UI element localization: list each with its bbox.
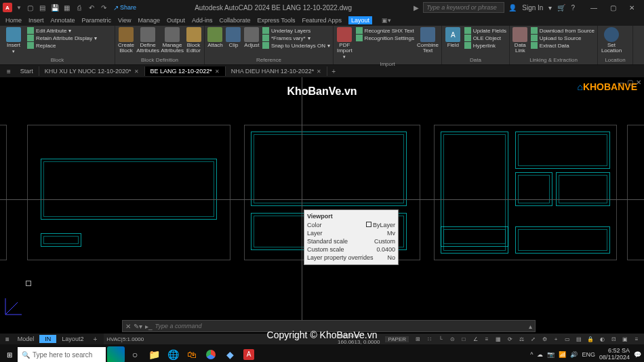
new-icon[interactable]: ▢ (26, 3, 35, 12)
close-viewport-icon[interactable]: ✕ (636, 79, 641, 86)
network-icon[interactable]: 📶 (559, 351, 566, 358)
model-tab[interactable]: Model (12, 335, 40, 343)
polar-icon[interactable]: ⊙ (447, 335, 457, 343)
add-layout-button[interactable]: + (89, 336, 101, 343)
customize-status-icon[interactable]: ≡ (632, 335, 641, 343)
clip-button[interactable]: Clip (226, 27, 241, 48)
otrack-icon[interactable]: ∠ (470, 335, 480, 343)
windows-search[interactable]: 🔍 Type here to search (18, 347, 106, 362)
close-cmd-icon[interactable]: ✕ (125, 323, 131, 330)
command-line[interactable]: ✕ ✎▾ ▸_ ▴ (122, 320, 536, 332)
close-icon[interactable]: ✕ (622, 1, 641, 14)
define-attributes-button[interactable]: Define Attributes (137, 27, 159, 54)
grid-icon[interactable]: ⊞ (413, 335, 422, 343)
onedrive-icon[interactable]: ☁ (537, 351, 543, 358)
maximize-icon[interactable]: ▢ (603, 1, 622, 14)
plot-icon[interactable]: ⎙ (75, 3, 84, 12)
open-icon[interactable]: ▤ (38, 3, 47, 12)
volume-icon[interactable]: 🔊 (570, 351, 578, 358)
cortana-icon[interactable]: ○ (126, 346, 144, 362)
undo-icon[interactable]: ↶ (87, 3, 96, 12)
paper-toggle[interactable]: PAPER (385, 336, 409, 342)
annoscale-icon[interactable]: ⚖ (517, 335, 526, 343)
hardware-icon[interactable]: ⊡ (609, 335, 618, 343)
workspace-icon[interactable]: ⚙ (540, 335, 549, 343)
tab-layout[interactable]: Layout (348, 16, 372, 24)
hyperlink-button[interactable]: Hyperlink (464, 42, 506, 49)
maximize-viewport-icon[interactable]: ▢ (627, 79, 633, 86)
upload-source-button[interactable]: Upload to Source (531, 35, 595, 41)
minimize-icon[interactable]: — (584, 1, 603, 14)
combine-text-button[interactable]: Combine Text (417, 27, 439, 54)
ribbon-expand-icon[interactable]: ▣▾ (382, 17, 391, 24)
ole-object-button[interactable]: OLE Object (464, 35, 506, 41)
attach-button[interactable]: Attach (207, 27, 223, 48)
hamburger-icon[interactable]: ≡ (3, 336, 12, 343)
store-icon[interactable]: 🛍 (183, 346, 201, 362)
tab-addins[interactable]: Add-ins (192, 17, 213, 24)
edge-icon[interactable]: 🌐 (164, 346, 182, 362)
save-icon[interactable]: 💾 (50, 3, 60, 12)
tab-expresstools[interactable]: Express Tools (258, 17, 296, 24)
language-indicator[interactable]: ENG (582, 351, 595, 358)
create-block-button[interactable]: Create Block (118, 27, 134, 54)
download-source-button[interactable]: Download from Source (531, 27, 595, 34)
tab-annotate[interactable]: Annotate (51, 17, 75, 24)
customize-icon[interactable]: ✎▾ (134, 323, 142, 330)
file-tab[interactable]: NHA DIEU HANH 12-10-2022*✕ (226, 66, 328, 76)
extract-data-button[interactable]: Extract Data (531, 42, 595, 49)
redo-icon[interactable]: ↷ (99, 3, 108, 12)
tab-view[interactable]: View (118, 17, 131, 24)
cleanscreen-icon[interactable]: ▣ (620, 335, 630, 343)
close-icon[interactable]: ✕ (317, 68, 321, 75)
tray-up-icon[interactable]: ^ (530, 351, 533, 358)
quickprops-icon[interactable]: ▤ (574, 335, 584, 343)
command-input[interactable] (155, 323, 526, 329)
tab-manage[interactable]: Manage (138, 17, 160, 24)
tab-insert[interactable]: Insert (28, 17, 44, 24)
lock-ui-icon[interactable]: 🔒 (586, 335, 595, 343)
scale-icon[interactable]: ⤢ (528, 335, 538, 343)
manage-attributes-button[interactable]: Manage Attributes (161, 27, 183, 54)
share-label[interactable]: Share (123, 3, 133, 12)
recognize-shx-button[interactable]: Recognize SHX Text (356, 27, 414, 34)
tab-output[interactable]: Output (167, 17, 185, 24)
app-icon[interactable]: ◆ (221, 346, 239, 362)
isolate-icon[interactable]: ◐ (597, 335, 607, 343)
autocad-icon[interactable]: A (240, 346, 258, 362)
edit-attribute-button[interactable]: Edit Attribute ▾ (27, 27, 97, 34)
file-tab[interactable]: KHU XU LY NUOC 12-10-2020*✕ (39, 66, 145, 76)
set-location-button[interactable]: Set Location (601, 27, 622, 54)
minimize-viewport-icon[interactable]: — (618, 79, 624, 86)
close-icon[interactable]: ✕ (134, 68, 139, 75)
explorer-icon[interactable]: 📁 (145, 346, 163, 362)
taskview-icon[interactable] (107, 346, 125, 362)
field-button[interactable]: AField (445, 27, 462, 48)
drawing-canvas[interactable]: KhoBanVe.vn ⌂KHOBANVE — ▢ ✕ Viewport Col… (0, 77, 644, 320)
new-tab-button[interactable]: + (327, 68, 340, 75)
meetnow-icon[interactable]: 📷 (547, 351, 555, 358)
start-button[interactable]: ⊞ (3, 348, 16, 361)
tab-parametric[interactable]: Parametric (82, 17, 112, 24)
share-icon[interactable]: ↗ (111, 3, 121, 12)
frames-vary-button[interactable]: *Frames vary* ▾ (262, 35, 330, 41)
tab-home[interactable]: Home (5, 17, 22, 24)
data-link-button[interactable]: Data Link (512, 27, 528, 54)
app-icon[interactable]: A (3, 3, 12, 12)
help-search-input[interactable] (423, 2, 504, 13)
replace-button[interactable]: Replace (27, 42, 97, 49)
osnap-icon[interactable]: □ (459, 335, 468, 343)
basket-icon[interactable]: 🛒 (557, 4, 565, 12)
pdf-import-button[interactable]: PDF Import▾ (336, 27, 353, 60)
close-icon[interactable]: ✕ (215, 68, 220, 75)
cycling-icon[interactable]: ⟳ (505, 335, 515, 343)
block-editor-button[interactable]: Block Editor (186, 27, 201, 54)
ortho-icon[interactable]: └ (436, 335, 445, 343)
signin-label[interactable]: Sign In (522, 4, 543, 12)
clock[interactable]: 6:52 SA 08/11/2024 (599, 348, 630, 361)
autodesk-app-icon[interactable]: ▾ (548, 4, 552, 12)
recognition-settings-button[interactable]: Recognition Settings (356, 35, 414, 41)
signin-icon[interactable]: 👤 (508, 4, 517, 12)
tab-collaborate[interactable]: Collaborate (220, 17, 251, 24)
units-icon[interactable]: ▭ (563, 335, 572, 343)
